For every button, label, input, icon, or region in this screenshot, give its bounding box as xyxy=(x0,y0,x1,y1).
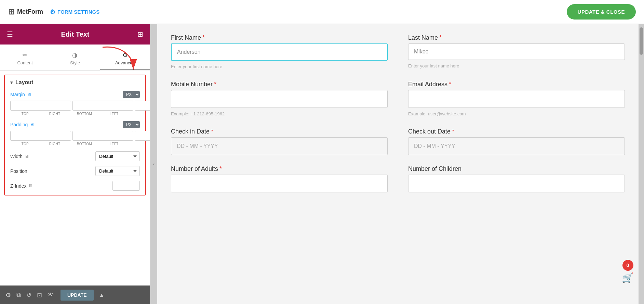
width-label-text: Width xyxy=(10,154,23,159)
bottom-toolbar: ⚙ ⧉ ↺ ⊡ 👁 UPDATE ▲ xyxy=(0,286,150,304)
sidebar-title: Edit Text xyxy=(61,30,90,38)
margin-label: Margin 🖥 xyxy=(10,92,32,97)
mobile-number-label: Mobile Number* xyxy=(171,81,388,88)
last-name-input[interactable] xyxy=(408,44,625,60)
monitor-icon-margin: 🖥 xyxy=(27,92,32,97)
margin-label-text: Margin xyxy=(10,92,25,97)
cart-area: 0 🛒 xyxy=(622,260,634,283)
checkout-date-field: Check out Date* DD - MM - YYYY xyxy=(408,128,625,155)
position-label-text: Position xyxy=(10,168,27,174)
adults-input[interactable] xyxy=(171,175,388,192)
sidebar-tabs: ✏ Content ◑ Style ⚙ Advanced xyxy=(0,45,150,71)
padding-label: Padding 🖥 xyxy=(10,122,35,127)
form-settings-label: FORM SETTINGS xyxy=(57,9,99,15)
tab-style-label: Style xyxy=(70,60,80,65)
responsive-toolbar-icon[interactable]: ⊡ xyxy=(37,291,42,299)
padding-right-input[interactable] xyxy=(72,131,133,141)
metform-logo: ⊞ MetForm xyxy=(8,8,43,16)
monitor-icon-width: 🖥 xyxy=(25,154,29,159)
padding-top-input[interactable] xyxy=(10,131,71,141)
last-name-field: Last Name* Enter your last name here xyxy=(408,34,625,71)
settings-icon: ⚙ xyxy=(122,51,128,59)
layers-toolbar-icon[interactable]: ⧉ xyxy=(16,291,21,299)
email-address-input[interactable] xyxy=(408,90,625,108)
tab-style[interactable]: ◑ Style xyxy=(50,49,100,70)
toolbar-arrow-icon[interactable]: ▲ xyxy=(99,292,105,298)
width-select[interactable]: DefaultFull WidthCustom xyxy=(95,151,140,161)
gear-icon: ⚙ xyxy=(50,8,55,16)
padding-bottom-input[interactable] xyxy=(135,131,150,141)
padding-left-label: LEFT xyxy=(99,142,129,146)
first-name-input-wrapper xyxy=(171,43,388,61)
margin-right-input[interactable] xyxy=(72,101,133,111)
layout-section-title: ▾ Layout xyxy=(10,79,140,86)
position-field: Position DefaultAbsoluteFixedRelative xyxy=(10,166,140,176)
children-field: Number of Children xyxy=(408,165,625,192)
margin-bottom-label: BOTTOM xyxy=(70,112,99,116)
cart-icon[interactable]: 🛒 xyxy=(622,272,634,283)
checkin-date-input[interactable]: DD - MM - YYYY xyxy=(171,137,388,155)
scrollbar-thumb xyxy=(640,27,643,55)
history-toolbar-icon[interactable]: ↺ xyxy=(26,291,31,299)
form-settings-link[interactable]: ⚙ FORM SETTINGS xyxy=(50,8,99,16)
checkin-date-label: Check in Date* xyxy=(171,128,388,135)
pencil-icon: ✏ xyxy=(23,51,28,59)
checkout-date-input[interactable]: DD - MM - YYYY xyxy=(408,137,625,155)
checkout-date-label: Check out Date* xyxy=(408,128,625,135)
padding-top-label: TOP xyxy=(10,142,40,146)
first-name-label: First Name* xyxy=(171,34,388,41)
last-name-hint: Enter your last name here xyxy=(408,62,625,70)
zindex-field: Z-Index 🖥 xyxy=(10,181,140,191)
top-bar: ⊞ MetForm ⚙ FORM SETTINGS UPDATE & CLOSE xyxy=(0,0,644,24)
mobile-number-input[interactable] xyxy=(171,90,388,108)
padding-field: Padding 🖥 PXEM% 🔗 xyxy=(10,121,140,146)
padding-sub-labels: TOP RIGHT BOTTOM LEFT xyxy=(10,142,140,146)
metform-logo-icon: ⊞ xyxy=(8,8,14,16)
children-input[interactable] xyxy=(408,175,625,192)
padding-right-label: RIGHT xyxy=(40,142,70,146)
zindex-label-text: Z-Index xyxy=(10,183,26,189)
padding-unit-select[interactable]: PXEM% xyxy=(123,121,140,128)
position-select[interactable]: DefaultAbsoluteFixedRelative xyxy=(95,166,140,176)
update-close-button[interactable]: UPDATE & CLOSE xyxy=(567,4,636,20)
position-label: Position xyxy=(10,168,27,174)
margin-inputs: 🔗 xyxy=(10,100,140,111)
first-name-input[interactable] xyxy=(172,44,387,60)
margin-left-label: LEFT xyxy=(99,112,129,116)
first-name-field: First Name* Enter your first name here xyxy=(171,34,388,71)
email-address-hint: Example: user@website.com xyxy=(408,110,625,118)
grid-icon[interactable]: ⊞ xyxy=(137,30,143,38)
width-field: Width 🖥 DefaultFull WidthCustom xyxy=(10,151,140,161)
cart-badge: 0 xyxy=(622,260,633,271)
margin-label-row: Margin 🖥 PXEM% xyxy=(10,91,140,98)
collapse-toggle[interactable]: ‹ xyxy=(150,24,157,304)
adults-label: Number of Adults* xyxy=(171,165,388,173)
margin-right-label: RIGHT xyxy=(40,112,70,116)
tab-content[interactable]: ✏ Content xyxy=(0,49,50,70)
settings-toolbar-icon[interactable]: ⚙ xyxy=(5,291,11,299)
zindex-input[interactable] xyxy=(112,181,140,191)
first-name-hint: Enter your first name here xyxy=(171,63,388,71)
margin-unit-select[interactable]: PXEM% xyxy=(123,91,140,98)
update-button[interactable]: UPDATE xyxy=(61,290,94,301)
preview-toolbar-icon[interactable]: 👁 xyxy=(48,291,54,299)
scrollbar[interactable] xyxy=(639,24,644,304)
hamburger-icon[interactable]: ☰ xyxy=(7,30,13,38)
padding-label-text: Padding xyxy=(10,122,28,127)
tab-advanced-label: Advanced xyxy=(115,60,135,65)
email-address-field: Email Address* Example: user@website.com xyxy=(408,81,625,118)
form-grid: First Name* Enter your first name here L… xyxy=(171,34,625,192)
margin-top-input[interactable] xyxy=(10,101,71,111)
tab-content-label: Content xyxy=(17,60,33,65)
margin-top-label: TOP xyxy=(10,112,40,116)
tab-advanced[interactable]: ⚙ Advanced xyxy=(100,49,150,70)
metform-logo-text: MetForm xyxy=(17,8,43,15)
form-content: First Name* Enter your first name here L… xyxy=(157,24,639,304)
margin-bottom-input[interactable] xyxy=(135,101,150,111)
last-name-input-wrapper xyxy=(408,43,625,60)
checkin-date-field: Check in Date* DD - MM - YYYY xyxy=(171,128,388,155)
layout-section: ▾ Layout Margin 🖥 PXEM% xyxy=(4,75,146,195)
margin-sub-labels: TOP RIGHT BOTTOM LEFT xyxy=(10,112,140,116)
padding-bottom-label: BOTTOM xyxy=(70,142,99,146)
sidebar-content: ▾ Layout Margin 🖥 PXEM% xyxy=(0,71,150,286)
